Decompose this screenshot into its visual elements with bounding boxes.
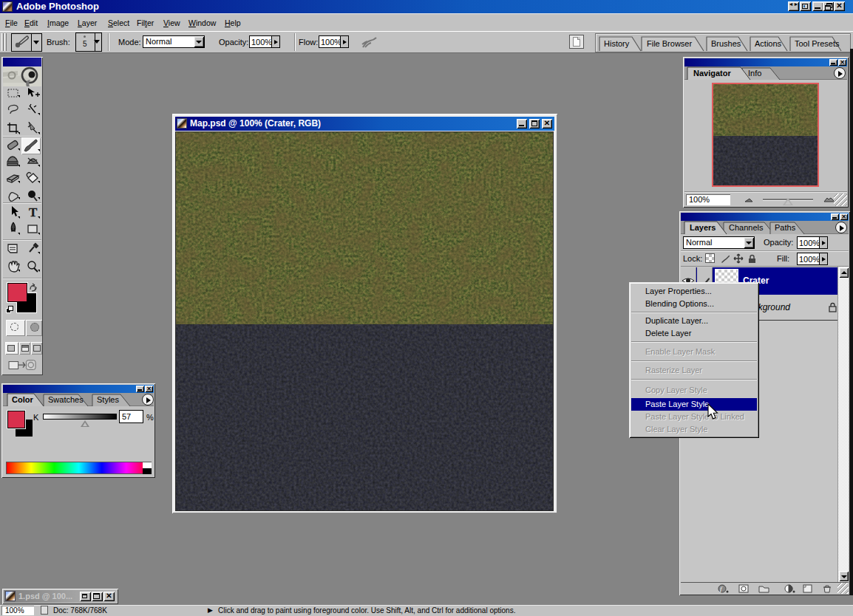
svg-text:T: T bbox=[29, 205, 38, 219]
svg-text:Tool Presets: Tool Presets bbox=[795, 39, 840, 48]
svg-text:Paths: Paths bbox=[775, 223, 796, 232]
svg-text:History: History bbox=[604, 39, 630, 48]
svg-text:Info: Info bbox=[748, 69, 761, 78]
svg-text:Color: Color bbox=[12, 395, 33, 404]
svg-text:Brushes: Brushes bbox=[711, 39, 741, 48]
svg-text:Actions: Actions bbox=[755, 39, 782, 48]
svg-text:Swatches: Swatches bbox=[48, 395, 84, 404]
svg-text:Channels: Channels bbox=[729, 223, 764, 232]
svg-text:Layers: Layers bbox=[690, 223, 716, 232]
svg-text:Styles: Styles bbox=[97, 395, 119, 404]
svg-text:File Browser: File Browser bbox=[647, 39, 692, 48]
svg-text:Navigator: Navigator bbox=[693, 69, 731, 78]
